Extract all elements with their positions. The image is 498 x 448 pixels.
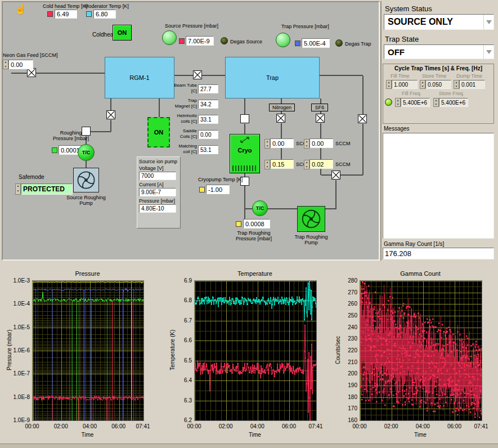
- trap-roughing-pump-icon[interactable]: [297, 206, 325, 232]
- nitrogen-setpoint-spinner[interactable]: ▲▼: [264, 160, 270, 169]
- window-bottom-edge: [0, 443, 498, 448]
- safemode-value[interactable]: PROTECTED: [21, 183, 73, 195]
- y-axis-label: Pressure (mbar): [5, 280, 13, 420]
- spinner-down-icon[interactable]: ▼: [265, 165, 270, 169]
- y-tick-label: 170: [334, 405, 357, 411]
- panel-divider: [380, 1, 382, 261]
- cryo-pump-button[interactable]: Cryo: [230, 134, 260, 173]
- spinner-down-icon[interactable]: ▼: [454, 84, 459, 88]
- dump-time-input[interactable]: 0.001: [459, 80, 485, 89]
- moderator-temp-readout: 6.80: [93, 10, 116, 19]
- spinner-up-icon[interactable]: ▲: [387, 80, 391, 84]
- thermocouple-trap: T/C: [252, 200, 268, 216]
- trap-magnet-label: Trap Magnet [C]: [172, 98, 197, 109]
- spinner-down-icon[interactable]: ▼: [420, 84, 425, 88]
- dropdown-button[interactable]: [483, 45, 493, 59]
- spinner-up-icon[interactable]: ▲: [434, 98, 438, 102]
- fill-freq-spinner[interactable]: ▲▼: [395, 98, 401, 107]
- degas-trap-led[interactable]: [335, 39, 343, 47]
- coldhead-on-button[interactable]: ON: [113, 25, 132, 41]
- valve-icon[interactable]: [106, 110, 115, 119]
- y-tick-label: 6.5: [168, 357, 192, 364]
- nitrogen-setpoint-input[interactable]: 0.15: [270, 159, 294, 169]
- safemode-spinner[interactable]: ▲▼: [15, 183, 21, 195]
- chart-gamma-count: Gamma Count28027026025024023022021020019…: [332, 267, 497, 446]
- chart-title: Temperature: [194, 270, 316, 277]
- spinner-up-icon[interactable]: ▲: [3, 60, 8, 65]
- store-time-spinner[interactable]: ▲▼: [420, 80, 425, 89]
- trap-roughing-color-key: [236, 221, 241, 227]
- fill-freq-input[interactable]: 5.400E+6: [401, 98, 430, 107]
- pipe: [320, 123, 321, 138]
- cryopump-temp-color-key: [199, 187, 205, 192]
- chart-pressure: Pressure1.0E-31.0E-41.0E-51.0E-61.0E-71.…: [3, 267, 167, 446]
- x-tick-label: 02:00: [380, 423, 402, 429]
- labview-control-panel: ☝ Cold head Temp [K] 6.49 Moderator Temp…: [0, 0, 498, 448]
- spinner-down-icon[interactable]: ▼: [396, 102, 400, 106]
- ion-pump-on-button[interactable]: ON: [147, 117, 170, 147]
- system-status-value: SOURCE ONLY: [384, 15, 483, 29]
- y-tick-label: 250: [334, 312, 357, 319]
- nitrogen-flow-input[interactable]: 0.00: [270, 138, 294, 148]
- spinner-down-icon[interactable]: ▼: [387, 84, 391, 88]
- source-roughing-pump-icon[interactable]: [73, 168, 99, 192]
- spinner-up-icon[interactable]: ▲: [304, 160, 309, 165]
- system-status-dropdown[interactable]: SOURCE ONLY: [384, 14, 494, 30]
- neon-gas-feed-label: Neon Gas Feed [SCCM]: [3, 52, 58, 58]
- pipe: [244, 98, 245, 114]
- valve-icon[interactable]: [316, 114, 325, 123]
- fill-time-spinner[interactable]: ▲▼: [386, 80, 392, 89]
- spinner-up-icon[interactable]: ▲: [265, 140, 270, 144]
- y-tick-label: 6.4: [168, 377, 192, 383]
- store-freq-input[interactable]: 5.400E+6: [439, 98, 468, 107]
- spinner-down-icon[interactable]: ▼: [434, 102, 438, 106]
- trap-state-dropdown[interactable]: OFF: [384, 44, 494, 59]
- spinner-up-icon[interactable]: ▲: [304, 140, 309, 144]
- valve-icon[interactable]: [27, 68, 36, 77]
- spinner-down-icon[interactable]: ▼: [304, 144, 309, 149]
- nitrogen-flow-spinner[interactable]: ▲▼: [264, 139, 270, 149]
- store-freq-spinner[interactable]: ▲▼: [433, 98, 439, 107]
- spinner-down-icon[interactable]: ▼: [304, 165, 309, 169]
- valve-icon[interactable]: [193, 70, 202, 79]
- spinner-up-icon[interactable]: ▲: [265, 160, 270, 165]
- spinner-up-icon[interactable]: ▲: [454, 80, 459, 84]
- sf6-setpoint-input[interactable]: 0.02: [309, 159, 333, 169]
- fill-time-input[interactable]: 1.000: [392, 80, 418, 89]
- pipe: [281, 123, 282, 138]
- valve-icon[interactable]: [276, 114, 285, 123]
- source-pressure-gauge-icon: [162, 30, 177, 45]
- valve-icon[interactable]: [331, 171, 340, 180]
- spinner-down-icon[interactable]: ▼: [16, 189, 20, 194]
- sf6-setpoint-spinner[interactable]: ▲▼: [304, 160, 309, 169]
- sf6-flow-spinner[interactable]: ▲▼: [304, 139, 309, 149]
- pipe: [318, 75, 363, 76]
- spinner-up-icon[interactable]: ▲: [396, 98, 400, 102]
- x-axis-label: Time: [360, 432, 481, 438]
- dump-time-spinner[interactable]: ▲▼: [454, 80, 459, 89]
- gate-valve-icon[interactable]: [240, 114, 249, 123]
- neon-gas-feed-input[interactable]: 0.00: [8, 60, 33, 69]
- neon-gas-feed-spinner[interactable]: ▲▼: [3, 60, 8, 69]
- cold-head-temp-readout: 6.49: [55, 10, 77, 19]
- degas-source-led[interactable]: [221, 37, 228, 44]
- x-tick-label: 00:00: [183, 423, 205, 429]
- dropdown-button[interactable]: [483, 15, 493, 29]
- cryo-hatch: [232, 165, 257, 171]
- spinner-up-icon[interactable]: ▲: [420, 80, 425, 84]
- sf6-setpoint-unit: SCCM: [335, 162, 351, 167]
- cycle-active-led[interactable]: [385, 98, 392, 106]
- y-tick-label: 1.0E-6: [6, 347, 30, 353]
- ion-pump-voltage-readout: 7000: [139, 172, 176, 180]
- gamma-ray-count-readout: 176.208: [383, 248, 494, 259]
- sf6-flow-input[interactable]: 0.00: [309, 138, 333, 148]
- spinner-up-icon[interactable]: ▲: [16, 184, 20, 189]
- store-time-input[interactable]: 0.050: [425, 80, 451, 89]
- spinner-down-icon[interactable]: ▼: [3, 65, 8, 69]
- valve-icon[interactable]: [358, 114, 367, 123]
- spinner-down-icon[interactable]: ▼: [265, 144, 270, 149]
- x-tick-label: 06:00: [277, 423, 300, 429]
- y-tick-label: 1.0E-9: [6, 417, 30, 423]
- messages-label: Messages: [384, 126, 410, 132]
- trap-roughing-pump-label: Trap Roughing Pump: [289, 234, 333, 245]
